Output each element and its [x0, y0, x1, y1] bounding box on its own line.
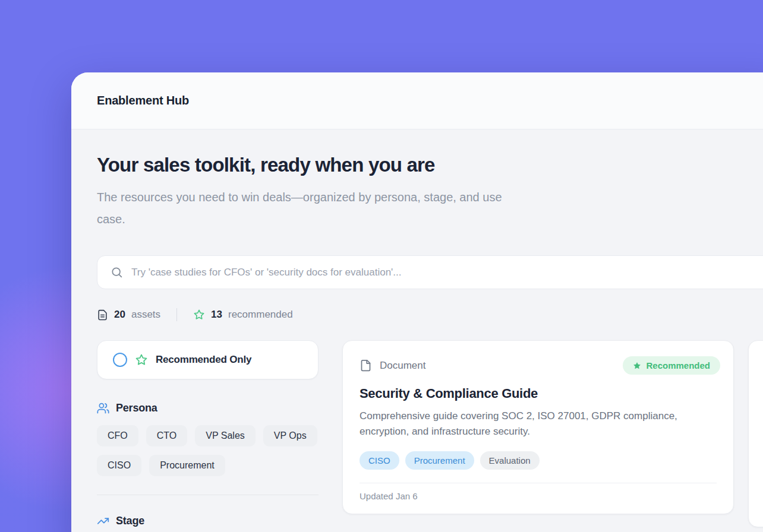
assets-label: assets — [131, 309, 160, 321]
search-bar[interactable] — [97, 255, 763, 289]
search-input[interactable] — [131, 267, 763, 278]
assets-count: 20 — [114, 309, 125, 321]
enablement-hub-window: Enablement Hub Your sales toolkit, ready… — [71, 72, 763, 532]
recommended-badge-label: Recommended — [646, 360, 710, 370]
asset-title: Security & Compliance Guide — [360, 386, 720, 401]
app-title: Enablement Hub — [97, 94, 189, 107]
window-header: Enablement Hub — [71, 72, 763, 129]
asset-type-label: Document — [380, 360, 425, 372]
assets-stat: 20 assets — [97, 309, 160, 321]
asset-card-top-row: Document Recommended — [360, 356, 720, 375]
star-outline-icon — [193, 309, 205, 321]
star-filled-icon — [633, 362, 641, 370]
asset-tag-list: CISO Procurement Evaluation — [360, 451, 720, 470]
asset-tag-evaluation[interactable]: Evaluation — [480, 451, 540, 470]
star-outline-icon — [135, 353, 148, 366]
persona-section-header: Persona — [97, 402, 319, 414]
page-subtitle: The resources you need to win deals—orga… — [97, 186, 516, 230]
main-content: Your sales toolkit, ready when you are T… — [71, 129, 763, 527]
recommended-only-radio[interactable] — [113, 353, 127, 367]
stage-section-title: Stage — [116, 515, 144, 527]
users-icon — [97, 402, 109, 414]
recommended-label: recommended — [228, 309, 293, 321]
asset-description: Comprehensive guide covering SOC 2, ISO … — [360, 408, 707, 439]
asset-card-security-guide[interactable]: Document Recommended Security & Complian… — [342, 340, 734, 514]
persona-chip-vp-ops[interactable]: VP Ops — [263, 425, 317, 446]
persona-chip-procurement[interactable]: Procurement — [149, 455, 225, 476]
recommended-stat: 13 recommended — [193, 309, 293, 321]
document-count-icon — [97, 309, 108, 321]
recommended-count: 13 — [211, 309, 222, 321]
recommended-badge: Recommended — [623, 356, 720, 375]
asset-tag-procurement[interactable]: Procurement — [405, 451, 474, 470]
persona-chip-cfo[interactable]: CFO — [97, 425, 138, 446]
recommended-only-toggle[interactable]: Recommended Only — [97, 340, 319, 379]
persona-chip-vp-sales[interactable]: VP Sales — [195, 425, 256, 446]
persona-chip-cto[interactable]: CTO — [146, 425, 187, 446]
recommended-only-label: Recommended Only — [156, 354, 251, 366]
asset-tag-ciso[interactable]: CISO — [360, 451, 399, 470]
persona-section-title: Persona — [116, 402, 157, 414]
content-row: Recommended Only Persona CFO CTO — [97, 340, 763, 527]
file-icon — [360, 359, 372, 372]
stats-row: 20 assets 13 recommended — [97, 308, 763, 321]
page-title: Your sales toolkit, ready when you are — [97, 153, 763, 177]
page-background: Enablement Hub Your sales toolkit, ready… — [0, 0, 763, 532]
filters-sidebar: Recommended Only Persona CFO CTO — [97, 340, 319, 527]
trending-up-icon — [97, 515, 109, 527]
persona-chip-list: CFO CTO VP Sales VP Ops CISO Procurement — [97, 425, 319, 476]
asset-type: Document — [360, 359, 425, 372]
persona-chip-ciso[interactable]: CISO — [97, 455, 141, 476]
stage-section-header: Stage — [97, 515, 319, 527]
stats-divider — [176, 308, 177, 321]
asset-updated-date: Updated Jan 6 — [360, 483, 720, 514]
sidebar-divider — [97, 495, 319, 495]
search-icon — [111, 266, 123, 278]
asset-card-partial[interactable] — [748, 340, 763, 527]
